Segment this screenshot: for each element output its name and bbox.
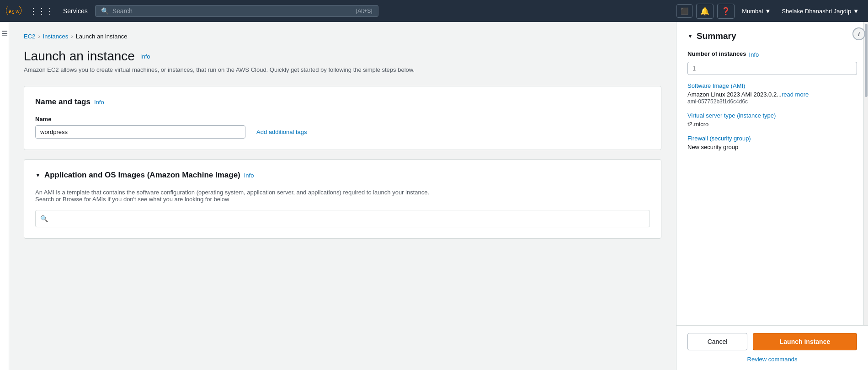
region-label: Mumbai bbox=[742, 8, 763, 15]
app-layout: ☰ EC2 › Instances › Launch an instance L… bbox=[0, 22, 868, 370]
name-field-container: Name Add additional tags bbox=[35, 116, 650, 139]
name-tags-section: Name and tags Info Name Add additional t… bbox=[24, 86, 661, 150]
page-header: Launch an instance Info bbox=[24, 49, 661, 64]
summary-instance-type-link[interactable]: Virtual server type (instance type) bbox=[687, 112, 857, 119]
summary-ami-link[interactable]: Software Image (AMI) bbox=[687, 82, 857, 89]
summary-scroll-content: ▼ Summary Number of instances Info Softw… bbox=[676, 22, 868, 325]
summary-collapse-arrow[interactable]: ▼ bbox=[687, 33, 693, 39]
region-arrow: ▼ bbox=[765, 8, 771, 15]
right-info-icon[interactable]: i bbox=[852, 27, 865, 40]
breadcrumb-instances-link[interactable]: Instances bbox=[43, 33, 69, 40]
breadcrumb: EC2 › Instances › Launch an instance bbox=[24, 33, 661, 40]
ami-description: An AMI is a template that contains the s… bbox=[35, 189, 447, 203]
summary-instances-label-row: Number of instances Info bbox=[687, 50, 857, 59]
ami-info-link[interactable]: Info bbox=[244, 172, 254, 179]
summary-firewall-value: New security group bbox=[687, 144, 857, 150]
aws-logo[interactable] bbox=[5, 5, 22, 16]
summary-scrollbar-thumb bbox=[865, 24, 868, 97]
name-tags-title: Name and tags bbox=[35, 97, 91, 107]
breadcrumb-sep-1: › bbox=[38, 33, 40, 40]
launch-instance-button[interactable]: Launch instance bbox=[753, 333, 857, 350]
terminal-icon-btn[interactable]: ⬛ bbox=[676, 4, 692, 18]
cancel-button[interactable]: Cancel bbox=[687, 333, 747, 350]
summary-title-row: ▼ Summary bbox=[687, 31, 857, 41]
question-icon: ❓ bbox=[721, 7, 730, 16]
summary-instances-input[interactable] bbox=[687, 62, 857, 75]
name-input[interactable] bbox=[35, 125, 245, 139]
side-navigation: ☰ bbox=[0, 22, 9, 370]
summary-footer: Cancel Launch instance Review commands bbox=[676, 325, 868, 370]
ami-search-bar[interactable]: 🔍 bbox=[35, 210, 650, 227]
main-content: EC2 › Instances › Launch an instance Lau… bbox=[9, 22, 676, 370]
summary-read-more-link[interactable]: read more bbox=[782, 91, 809, 98]
summary-firewall-link[interactable]: Firewall (security group) bbox=[687, 135, 857, 142]
search-input[interactable] bbox=[112, 7, 352, 15]
name-field-label: Name bbox=[35, 116, 650, 123]
page-description: Amazon EC2 allows you to create virtual … bbox=[24, 66, 435, 73]
ami-section: ▼ Application and OS Images (Amazon Mach… bbox=[24, 159, 661, 239]
breadcrumb-current: Launch an instance bbox=[76, 33, 128, 40]
summary-title: Summary bbox=[697, 31, 736, 41]
ami-title: Application and OS Images (Amazon Machin… bbox=[44, 171, 240, 180]
nav-toggle-icon[interactable]: ☰ bbox=[1, 29, 8, 38]
grid-icon[interactable]: ⋮⋮⋮ bbox=[27, 4, 56, 18]
name-tags-info-link[interactable]: Info bbox=[94, 99, 104, 106]
name-tags-header: Name and tags Info bbox=[35, 97, 650, 107]
search-shortcut: [Alt+S] bbox=[356, 8, 373, 14]
add-tags-link[interactable]: Add additional tags bbox=[256, 129, 307, 135]
info-circle-icon: i bbox=[858, 31, 860, 38]
notifications-btn[interactable]: 🔔 bbox=[696, 4, 714, 19]
user-menu[interactable]: Shelake Dhanashri Jagdip ▼ bbox=[778, 6, 863, 16]
summary-ami-id: ami-057752b3f1d6c4d6c bbox=[687, 98, 748, 105]
content-area: EC2 › Instances › Launch an instance Lau… bbox=[9, 22, 868, 370]
page-info-link[interactable]: Info bbox=[140, 53, 150, 60]
top-navigation: ⋮⋮⋮ Services 🔍 [Alt+S] ⬛ 🔔 ❓ Mumbai ▼ Sh… bbox=[0, 0, 868, 22]
breadcrumb-sep-2: › bbox=[71, 33, 73, 40]
name-field-row: Add additional tags bbox=[35, 125, 650, 139]
terminal-icon: ⬛ bbox=[681, 7, 688, 15]
ami-title-collapsible: ▼ Application and OS Images (Amazon Mach… bbox=[35, 171, 254, 180]
summary-instances-label: Number of instances bbox=[687, 50, 746, 57]
help-btn[interactable]: ❓ bbox=[717, 4, 735, 19]
username-label: Shelake Dhanashri Jagdip bbox=[782, 8, 851, 15]
summary-instances-info-link[interactable]: Info bbox=[749, 51, 759, 58]
page-title: Launch an instance bbox=[24, 49, 135, 64]
summary-panel: ▼ Summary Number of instances Info Softw… bbox=[676, 22, 868, 370]
ami-search-icon: 🔍 bbox=[40, 215, 48, 222]
summary-scrollbar-track bbox=[863, 22, 868, 325]
ami-header: ▼ Application and OS Images (Amazon Mach… bbox=[35, 171, 650, 180]
summary-instance-type-value: t2.micro bbox=[687, 121, 857, 128]
search-icon: 🔍 bbox=[101, 7, 109, 15]
summary-ami-value: Amazon Linux 2023 AMI 2023.0.2...read mo… bbox=[687, 91, 857, 105]
breadcrumb-ec2-link[interactable]: EC2 bbox=[24, 33, 35, 40]
review-commands-link[interactable]: Review commands bbox=[687, 356, 857, 363]
ami-collapse-arrow[interactable]: ▼ bbox=[35, 172, 41, 178]
search-bar[interactable]: 🔍 [Alt+S] bbox=[95, 5, 378, 17]
region-selector[interactable]: Mumbai ▼ bbox=[738, 6, 774, 16]
summary-footer-buttons: Cancel Launch instance bbox=[687, 333, 857, 350]
user-arrow: ▼ bbox=[853, 8, 859, 15]
services-nav[interactable]: Services bbox=[59, 5, 91, 16]
bell-icon: 🔔 bbox=[700, 7, 709, 16]
